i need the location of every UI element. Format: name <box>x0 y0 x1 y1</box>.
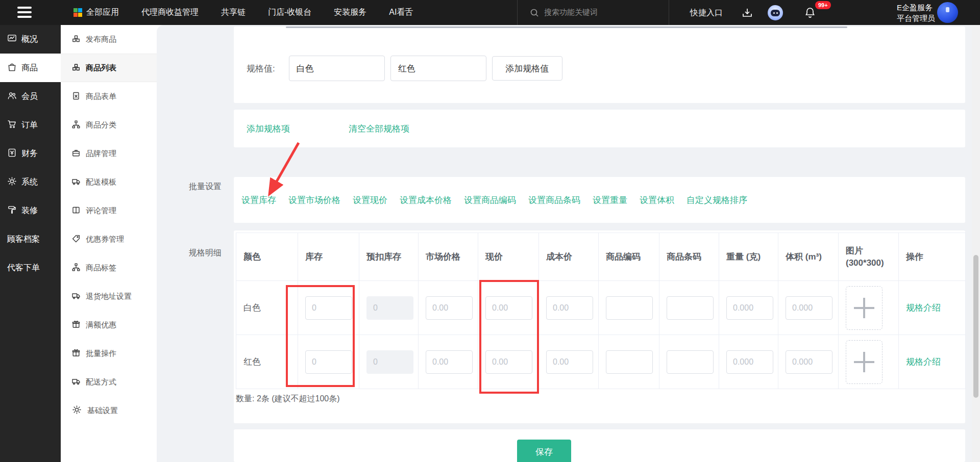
code-input-row2[interactable] <box>606 350 653 374</box>
submenu-item-商品列表[interactable]: 商品列表 <box>61 54 157 82</box>
bell-icon[interactable] <box>804 7 816 19</box>
cell-volume <box>778 335 839 389</box>
nav-menu-item-2[interactable]: 代理商收益管理 <box>141 7 199 18</box>
cost-input-row2[interactable] <box>546 350 593 374</box>
nav-menu-item-5[interactable]: 安装服务 <box>334 7 366 18</box>
gear-icon <box>7 176 17 188</box>
submenu-item-退货地址设置[interactable]: 退货地址设置 <box>61 282 157 311</box>
nav-menu-item-6[interactable]: AI看舌 <box>389 7 413 18</box>
stock-input-row2[interactable] <box>305 350 352 374</box>
tag-icon <box>72 235 80 244</box>
table-row-白色: 白色规格介绍 <box>236 281 965 335</box>
submenu-item-满额优惠[interactable]: 满额优惠 <box>61 311 157 339</box>
market-input-row2[interactable] <box>426 350 473 374</box>
batch-settings-card: 设置库存设置市场价格设置现价设置成本价格设置商品编码设置商品条码设置重量设置体积… <box>234 177 965 223</box>
nav-menu-item-label: 门店-收银台 <box>268 7 311 18</box>
batch-links: 设置库存设置市场价格设置现价设置成本价格设置商品编码设置商品条码设置重量设置体积… <box>241 194 747 206</box>
gear-icon <box>72 405 82 416</box>
submenu-item-商品表单[interactable]: 商品表单 <box>61 82 157 111</box>
robot-assistant-icon[interactable] <box>768 5 783 20</box>
sidebar-item-装修[interactable]: 装修 <box>0 196 61 225</box>
batch-link-6[interactable]: 设置商品条码 <box>528 194 580 206</box>
sidebar-item-会员[interactable]: 会员 <box>0 82 61 111</box>
stock-input-row1[interactable] <box>305 296 352 320</box>
table-header-market: 市场价格 <box>419 233 478 280</box>
submenu-item-基础设置[interactable]: 基础设置 <box>61 396 157 425</box>
batch-link-3[interactable]: 设置现价 <box>353 194 387 206</box>
barcode-input-row1[interactable] <box>667 296 714 320</box>
quick-entry-link[interactable]: 快捷入口 <box>690 8 723 18</box>
download-icon[interactable] <box>741 7 753 19</box>
batch-settings-label: 批量设置 <box>189 182 222 192</box>
spec-value-input-1[interactable] <box>289 56 385 81</box>
search-icon <box>530 8 539 17</box>
spec-values-row: 规格值: 添加规格值 <box>247 56 562 81</box>
price-input-row1[interactable] <box>485 296 532 320</box>
submenu-item-优惠券管理[interactable]: 优惠券管理 <box>61 225 157 253</box>
image-upload-button[interactable] <box>846 340 883 384</box>
sidebar-item-概况[interactable]: 概况 <box>0 25 61 54</box>
vertical-scrollbar[interactable] <box>972 25 980 462</box>
add-spec-value-button[interactable]: 添加规格值 <box>492 56 562 81</box>
sidebar-item-代客下单[interactable]: 代客下单 <box>0 253 61 282</box>
add-spec-item-link[interactable]: 添加规格项 <box>247 123 290 135</box>
scrollbar-thumb[interactable] <box>973 255 978 398</box>
submenu-item-批量操作[interactable]: 批量操作 <box>61 339 157 368</box>
barcode-input-row2[interactable] <box>667 350 714 374</box>
save-button[interactable]: 保存 <box>517 440 571 462</box>
sitemap-icon <box>72 120 80 130</box>
batch-link-8[interactable]: 设置体积 <box>640 194 674 206</box>
batch-link-4[interactable]: 设置成本价格 <box>400 194 452 206</box>
price-input-row2[interactable] <box>485 350 532 374</box>
submenu-item-商品分类[interactable]: 商品分类 <box>61 111 157 139</box>
cell-hold <box>359 335 419 389</box>
sidebar-item-系统[interactable]: 系统 <box>0 168 61 196</box>
market-input-row1[interactable] <box>426 296 473 320</box>
nav-menu-item-label: 共享链 <box>221 7 246 18</box>
user-info[interactable]: E企盈服务 平台管理员 <box>897 2 935 23</box>
cost-input-row1[interactable] <box>546 296 593 320</box>
image-upload-button[interactable] <box>846 286 883 330</box>
clear-all-spec-items-link[interactable]: 清空全部规格项 <box>349 123 409 135</box>
avatar[interactable] <box>937 2 958 23</box>
submenu-item-配送模板[interactable]: 配送模板 <box>61 168 157 196</box>
spec-value-input-2[interactable] <box>390 56 486 81</box>
code-input-row1[interactable] <box>606 296 653 320</box>
weight-input-row1[interactable] <box>726 296 773 320</box>
batch-link-7[interactable]: 设置重量 <box>593 194 627 206</box>
table-header-volume: 体积 (m³) <box>778 233 839 280</box>
table-header-stock: 库存 <box>298 233 359 280</box>
batch-link-2[interactable]: 设置市场价格 <box>288 194 340 206</box>
sidebar-item-label: 商品 <box>21 63 38 73</box>
spec-intro-link[interactable]: 规格介绍 <box>906 356 941 368</box>
submenu-item-品牌管理[interactable]: 品牌管理 <box>61 139 157 168</box>
submenu-item-发布商品[interactable]: 发布商品 <box>61 25 157 54</box>
submenu-item-label: 退货地址设置 <box>86 292 132 301</box>
nav-menu-item-4[interactable]: 门店-收银台 <box>268 7 311 18</box>
table-header-row: 颜色库存预扣库存市场价格现价成本价商品编码商品条码重量 (克)体积 (m³)图片… <box>236 233 965 281</box>
submenu-item-配送方式[interactable]: 配送方式 <box>61 368 157 396</box>
submenu-item-商品标签[interactable]: 商品标签 <box>61 253 157 282</box>
weight-input-row2[interactable] <box>726 350 773 374</box>
truck-icon <box>72 177 80 187</box>
briefcase-icon <box>72 149 80 159</box>
batch-link-1[interactable]: 设置库存 <box>241 194 276 206</box>
global-search[interactable]: 搜索功能关键词 <box>530 0 598 25</box>
submenu-item-label: 批量操作 <box>86 349 116 358</box>
apps-grid-icon <box>74 8 82 17</box>
nav-menu-item-3[interactable]: 共享链 <box>221 7 246 18</box>
volume-input-row1[interactable] <box>786 296 832 320</box>
nav-menu-item-1[interactable]: 全部应用 <box>74 7 119 18</box>
spec-intro-link[interactable]: 规格介绍 <box>906 302 941 314</box>
sidebar-item-财务[interactable]: 财务 <box>0 139 61 168</box>
batch-link-5[interactable]: 设置商品编码 <box>464 194 516 206</box>
hamburger-menu-icon[interactable] <box>17 7 32 18</box>
sidebar-item-订单[interactable]: 订单 <box>0 111 61 139</box>
submenu-item-评论管理[interactable]: 评论管理 <box>61 196 157 225</box>
sidebar-item-商品[interactable]: 商品 <box>0 54 61 82</box>
volume-input-row2[interactable] <box>786 350 832 374</box>
batch-link-9[interactable]: 自定义规格排序 <box>687 194 747 206</box>
sidebar-item-label: 概况 <box>21 34 38 45</box>
sidebar-item-顾客档案[interactable]: 顾客档案 <box>0 225 61 253</box>
table-header-name: 颜色 <box>236 233 298 280</box>
